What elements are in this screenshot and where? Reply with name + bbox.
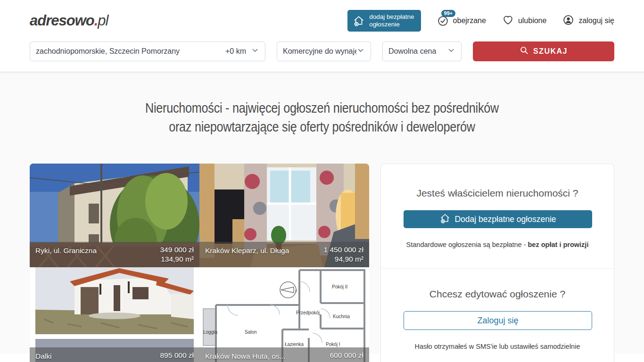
house-add-icon <box>439 213 451 226</box>
chevron-down-icon <box>251 46 259 57</box>
listing-grid: Ryki, ul. Graniczna 349 000 zł 134,90 m² <box>30 164 369 362</box>
edit-note: Hasło otrzymałeś w SMS'ie lub ustawiłeś … <box>404 343 591 350</box>
listing-overlay: Ryki, ul. Graniczna 349 000 zł 134,90 m² <box>30 242 199 267</box>
nav-item-viewed[interactable]: 99+ obejrzane <box>437 15 486 27</box>
property-type-value: Komercyjne do wynaję <box>283 47 356 56</box>
nav-item-favorites[interactable]: ulubione <box>502 14 547 28</box>
owner-note-bold: bez opłat i prowizji <box>528 241 589 248</box>
search-button-label: SZUKAJ <box>533 47 568 56</box>
listing-price-area: 600 000 zł <box>330 351 363 360</box>
viewed-label: obejrzane <box>453 16 486 25</box>
listing-overlay: Kraków Nowa Huta, os... 600 000 zł <box>199 347 369 362</box>
search-bar: zachodniopomorskie, Szczecin Pomorzany +… <box>30 41 614 72</box>
floorplan-label-room1: Pokój I <box>326 342 340 347</box>
check-circle-icon: 99+ <box>437 15 449 27</box>
favorites-label: ulubione <box>518 16 547 25</box>
listing-title: Kraków Nowa Huta, os... <box>205 352 286 361</box>
listing-title: Ryki, ul. Graniczna <box>35 247 97 255</box>
owner-heading: Jesteś właścicielem nieruchomości ? <box>404 188 591 199</box>
top-header: adresowo.pl dodaj bezpłatne ogłoszenie <box>0 0 644 72</box>
listing-price-area: 349 000 zł 134,90 m² <box>160 245 194 264</box>
sidebar-add-listing-button[interactable]: Dodaj bezpłatne ogłoszenie <box>404 210 592 228</box>
sidebar-panel: Jesteś właścicielem nieruchomości ? Doda… <box>380 164 614 362</box>
listing-area: 94,90 m² <box>324 255 363 264</box>
location-value: zachodniopomorskie, Szczecin Pomorzany <box>36 47 225 56</box>
login-label: zaloguj się <box>578 16 614 25</box>
sidebar-add-listing-label: Dodaj bezpłatne ogłoszenie <box>454 214 556 224</box>
listing-card[interactable]: Dalki 895 000 zł <box>30 267 199 362</box>
add-listing-button[interactable]: dodaj bezpłatne ogłoszenie <box>347 10 421 32</box>
location-input[interactable]: zachodniopomorskie, Szczecin Pomorzany +… <box>30 41 265 61</box>
owner-note: Standardowe ogłoszenia są bezpłatne - be… <box>404 241 591 248</box>
main-content: Nieruchomości - najwięcej ogłoszeń nieru… <box>0 72 644 354</box>
property-type-select[interactable]: Komercyjne do wynaję <box>277 41 371 61</box>
listing-title: Dalki <box>35 352 51 361</box>
nav-item-login[interactable]: zaloguj się <box>562 14 614 28</box>
listing-card[interactable]: Kraków Kleparz, ul. Długa 1 450 000 zł 9… <box>199 164 369 267</box>
listing-area: 134,90 m² <box>160 255 194 264</box>
listing-price-area: 895 000 zł <box>160 351 194 360</box>
page-title-line2: oraz niepowtarzające się oferty pośredni… <box>51 117 592 136</box>
price-select[interactable]: Dowolna cena <box>382 41 462 61</box>
listing-price-area: 1 450 000 zł 94,90 m² <box>324 245 363 264</box>
heart-icon <box>502 14 514 28</box>
floorplan-label-livingroom: Salon <box>245 329 257 335</box>
floorplan-label-loggia: Loggia <box>203 329 217 335</box>
house-add-icon <box>353 15 365 27</box>
page-title-line1: Nieruchomości - najwięcej ogłoszeń nieru… <box>51 99 592 117</box>
search-icon <box>520 46 529 57</box>
logo-text-main: adresowo <box>30 12 94 29</box>
owner-section: Jesteś właścicielem nieruchomości ? Doda… <box>381 164 614 268</box>
floorplan-label-kitchen: Kuchnia <box>333 314 350 319</box>
listing-overlay: Dalki 895 000 zł <box>30 347 199 362</box>
sidebar-login-button[interactable]: Zaloguj się <box>404 311 592 330</box>
listing-overlay: Kraków Kleparz, ul. Długa 1 450 000 zł 9… <box>199 242 369 267</box>
floorplan-label-hall: Przedpokój <box>296 310 320 315</box>
floorplan-compass-label: z <box>295 288 297 293</box>
listing-title: Kraków Kleparz, ul. Długa <box>205 247 289 255</box>
price-value: Dowolna cena <box>388 47 447 56</box>
chevron-down-icon <box>356 46 365 57</box>
add-listing-label: dodaj bezpłatne ogłoszenie <box>369 13 414 28</box>
floorplan-label-bathroom: Łazienka <box>285 342 304 347</box>
page-title: Nieruchomości - najwięcej ogłoszeń nieru… <box>0 72 644 136</box>
search-button[interactable]: SZUKAJ <box>473 41 614 61</box>
viewed-count-badge: 99+ <box>441 10 456 17</box>
listing-price: 895 000 zł <box>160 351 194 360</box>
listing-card[interactable]: Ryki, ul. Graniczna 349 000 zł 134,90 m² <box>30 164 199 267</box>
listing-price: 349 000 zł <box>160 245 194 255</box>
radius-value: +0 km <box>225 47 246 56</box>
logo-tld: pl <box>98 12 108 29</box>
floorplan-label-room2: Pokój II <box>332 284 347 289</box>
chevron-down-icon <box>447 46 455 57</box>
sidebar-login-label: Zaloguj się <box>477 316 518 326</box>
logo[interactable]: adresowo.pl <box>30 12 108 29</box>
user-icon <box>562 14 574 28</box>
listing-price: 1 450 000 zł <box>324 245 363 255</box>
edit-section: Chcesz edytować ogłoszenie ? Zaloguj się… <box>381 269 614 362</box>
listing-price: 600 000 zł <box>330 351 363 360</box>
listing-card[interactable]: Pokój II Przedpokój Kuchnia Salon Loggia… <box>199 267 369 362</box>
header-nav: dodaj bezpłatne ogłoszenie 99+ obejrzane <box>347 10 614 32</box>
edit-heading: Chcesz edytować ogłoszenie ? <box>404 288 591 300</box>
